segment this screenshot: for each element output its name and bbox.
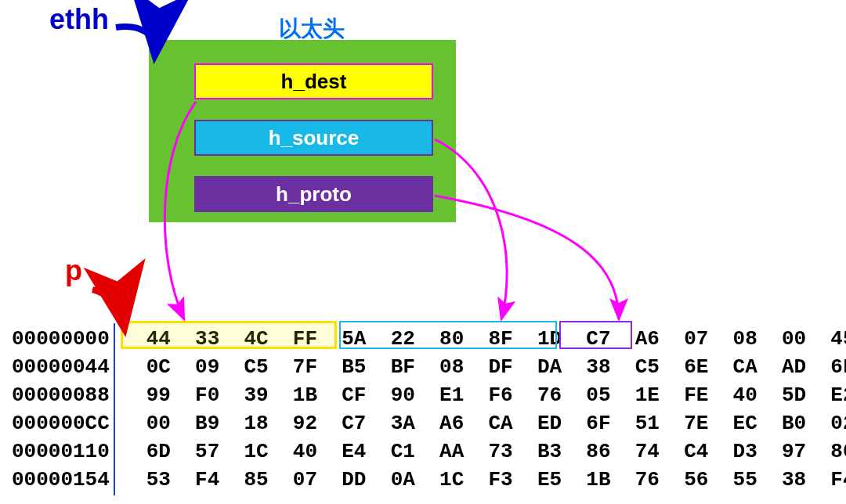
field-h-proto: h_proto: [194, 176, 433, 212]
field-h-source: h_source: [194, 120, 433, 156]
label-ethh: ethh: [49, 3, 109, 36]
arrow-h-proto: [435, 196, 619, 319]
hex-dump: 00000000 44 33 4C FF 5A 22 80 8F 1D C7 A…: [12, 325, 846, 494]
ethernet-header-struct: h_dest h_source h_proto: [149, 40, 456, 222]
arrow-p: [92, 290, 124, 325]
field-h-dest: h_dest: [194, 63, 433, 99]
label-p: p: [65, 254, 82, 287]
